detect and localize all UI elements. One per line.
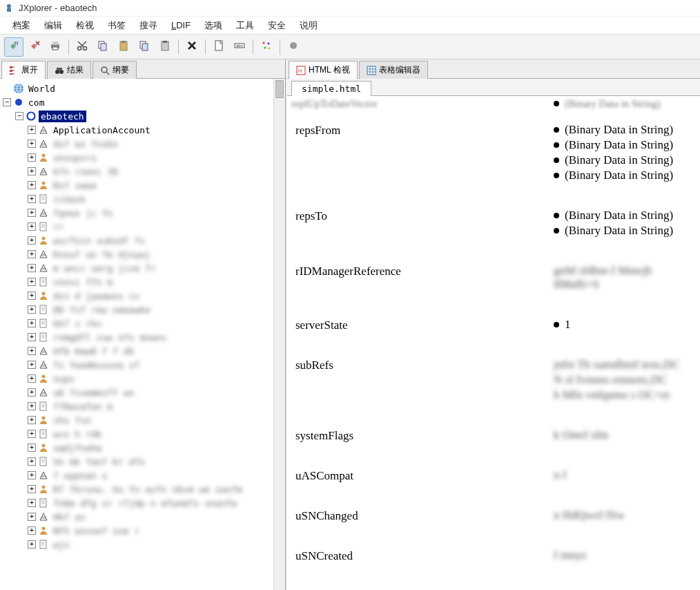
- left-tab-展开[interactable]: 展开: [1, 61, 46, 79]
- tree-expander[interactable]: +: [28, 167, 36, 175]
- tree-expander[interactable]: +: [28, 361, 36, 369]
- menu-tools[interactable]: 工具: [229, 17, 261, 34]
- tree-expander[interactable]: +: [28, 153, 36, 162]
- tree-expander[interactable]: +: [28, 250, 36, 258]
- tree-item[interactable]: +dsf wx fnskn: [0, 137, 285, 151]
- tree-item[interactable]: +RFh wovnef sxe r: [0, 524, 285, 537]
- tree-item[interactable]: +unsupvrs: [0, 151, 285, 164]
- tree-item[interactable]: +m wncc uerg jive fr: [0, 261, 285, 275]
- tree-selected[interactable]: −ebaotech: [0, 109, 285, 123]
- right-tab-表格编辑器[interactable]: 表格编辑器: [359, 61, 428, 79]
- tree-item[interactable]: +Knouf un fm djnywj: [0, 247, 285, 261]
- tree-item[interactable]: +vhs fvn: [0, 413, 285, 427]
- tree-root[interactable]: World: [0, 82, 285, 95]
- toolbar-refresh-button[interactable]: [257, 37, 276, 57]
- tree-expander[interactable]: −: [3, 98, 11, 106]
- toolbar-copy-button[interactable]: [93, 37, 113, 57]
- tree-item[interactable]: +uD fvuemmzff wo: [0, 386, 285, 399]
- tree-expander[interactable]: +: [28, 513, 36, 521]
- tree-item[interactable]: +Hfb Haw8 f f dk: [0, 344, 285, 358]
- tree-expander[interactable]: +: [28, 236, 36, 245]
- vertical-scrollbar[interactable]: [273, 79, 285, 590]
- tree-expander[interactable]: +: [28, 264, 36, 272]
- tree-item[interactable]: +Vn mk fanf Kr dfn: [0, 455, 285, 468]
- tree-item[interactable]: +DD fsf rew nmeawke: [0, 303, 285, 316]
- tree-item[interactable]: +Rsf swwa: [0, 178, 285, 192]
- tree-item[interactable]: +icUask: [0, 192, 285, 206]
- tree-expander[interactable]: +: [28, 222, 36, 231]
- tree-item[interactable]: +uqdjfnahw: [0, 441, 285, 455]
- tree-expander[interactable]: +: [28, 374, 36, 383]
- right-tab-HTML 检视[interactable]: HHTML 检视: [289, 61, 358, 79]
- tree-expander[interactable]: +: [28, 457, 36, 466]
- tree-expander[interactable]: +: [28, 485, 36, 493]
- tree-item[interactable]: +ffDwvafwn m: [0, 399, 285, 413]
- tree-expander[interactable]: +: [28, 499, 36, 507]
- menu-options[interactable]: 选项: [197, 17, 229, 34]
- tree-item[interactable]: +fqnws jc fo: [0, 206, 285, 220]
- toolbar-print-button[interactable]: [46, 37, 65, 57]
- tree-expander[interactable]: +: [28, 402, 36, 410]
- tree-expander[interactable]: +: [28, 416, 36, 424]
- left-tab-纲要[interactable]: 纲要: [93, 61, 137, 79]
- tree-item[interactable]: +rnmgdfl vuw nfs mnwnv: [0, 330, 285, 344]
- tree-view[interactable]: World−com−ebaotech+ApplicationAccount+ds…: [0, 79, 285, 590]
- tree-item[interactable]: +wurfoin subsdf fv: [0, 234, 285, 247]
- menu-view[interactable]: 检视: [69, 17, 101, 34]
- tree-item[interactable]: +fnbm dfg sr rfjdp n mfwnmfs snanfw: [0, 496, 285, 510]
- left-tab-结果[interactable]: 结果: [47, 61, 91, 79]
- tree-expander[interactable]: +: [28, 278, 36, 286]
- toolbar-copy-alt-button[interactable]: [135, 37, 154, 57]
- tree-expander[interactable]: +: [28, 140, 36, 148]
- tree-expander[interactable]: +: [28, 388, 36, 397]
- tree-item[interactable]: +dzv d jywawsx cv: [0, 289, 285, 303]
- subtab[interactable]: simple.html: [291, 81, 371, 96]
- menu-ldif[interactable]: LDIF: [164, 18, 197, 32]
- tree-expander[interactable]: +: [28, 181, 36, 189]
- toolbar-connect-button[interactable]: [4, 37, 23, 57]
- toolbar-delete-button[interactable]: [182, 37, 202, 57]
- menu-help[interactable]: 说明: [293, 17, 324, 34]
- tree-expander[interactable]: +: [28, 347, 36, 355]
- tree-item[interactable]: +wjv: [0, 537, 285, 551]
- tree-expander[interactable]: −: [15, 112, 23, 120]
- menu-file[interactable]: 档案: [6, 17, 37, 34]
- tree-expander[interactable]: +: [28, 126, 36, 134]
- menu-bookmark[interactable]: 书签: [101, 17, 133, 34]
- toolbar-stop-button[interactable]: [284, 37, 303, 57]
- tree-item[interactable]: +wvs h rdk: [0, 427, 285, 441]
- tree-expander[interactable]: +: [28, 526, 36, 535]
- scrollbar-thumb[interactable]: [275, 80, 284, 98]
- tree-expander[interactable]: +: [28, 209, 36, 217]
- tree-item[interactable]: +f wypnan s: [0, 468, 285, 482]
- tree-expander[interactable]: +: [28, 471, 36, 479]
- tree-expander[interactable]: +: [28, 195, 36, 203]
- toolbar-cut-button[interactable]: [72, 37, 92, 57]
- toolbar-new-button[interactable]: [209, 37, 229, 57]
- toolbar-disconnect-button[interactable]: [25, 37, 44, 57]
- tree-expander[interactable]: +: [28, 305, 36, 314]
- menu-security[interactable]: 安全: [261, 17, 293, 34]
- tree-expander[interactable]: +: [28, 333, 36, 341]
- tree-item[interactable]: +Rf fkrsnw. Oo fn asfn nbvm we oasfm: [0, 482, 285, 496]
- menu-edit[interactable]: 编辑: [37, 17, 69, 34]
- tree-item[interactable]: +kkf v rkv: [0, 316, 285, 330]
- tree-expander[interactable]: +: [28, 319, 36, 327]
- tree-expander[interactable]: +: [28, 540, 36, 549]
- toolbar-paste-button[interactable]: [114, 37, 133, 57]
- attribute-panel[interactable]: replUpToDateVector(Binary Data in String…: [287, 96, 700, 590]
- tree-item[interactable]: +fs fwadmvuvoa vf: [0, 358, 285, 372]
- toolbar-paste-alt-button[interactable]: [155, 37, 175, 57]
- menu-search[interactable]: 搜寻: [133, 17, 164, 34]
- tree-item[interactable]: +ApplicationAccount: [0, 123, 285, 137]
- tree-item[interactable]: +nupv: [0, 372, 285, 386]
- tree-item[interactable]: +kfn rsenc 38: [0, 164, 285, 178]
- tree-item[interactable]: +rr: [0, 220, 285, 234]
- toolbar-rename-button[interactable]: abc: [230, 37, 249, 57]
- tree-item[interactable]: +Hkf av: [0, 510, 285, 524]
- tree-expander[interactable]: +: [28, 430, 36, 438]
- tree-com[interactable]: −com: [0, 95, 285, 109]
- tree-expander[interactable]: +: [28, 292, 36, 300]
- tree-expander[interactable]: +: [28, 444, 36, 452]
- tree-item[interactable]: +vonvi ffn m: [0, 275, 285, 289]
